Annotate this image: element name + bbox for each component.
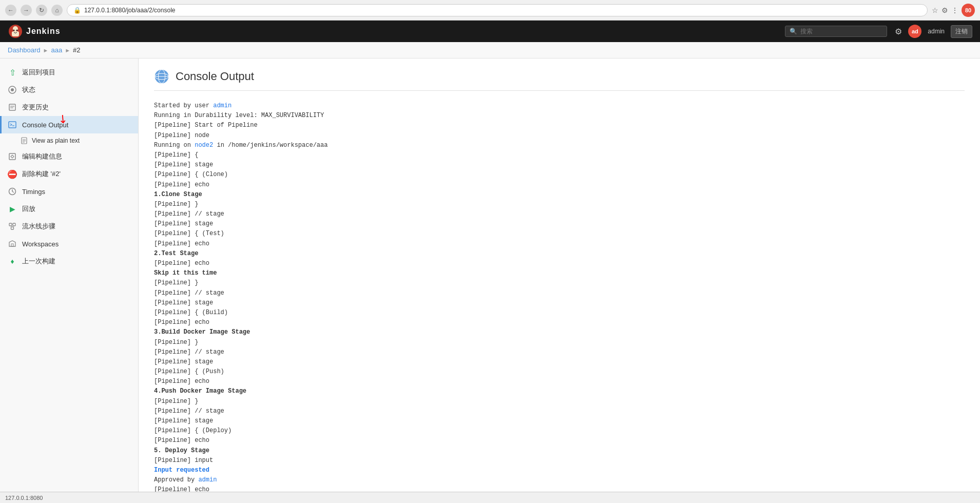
console-line-19: [Pipeline] } [154,278,965,288]
sidebar-item-delete-build[interactable]: ⛔ 副除构建 '#2' [0,165,138,183]
menu-icon[interactable]: ⋮ [951,6,958,14]
console-line-28: [Pipeline] { (Push) [154,367,965,377]
sidebar-item-back[interactable]: ⇧ 返回到项目 [0,64,138,81]
console-line-29: [Pipeline] echo [154,377,965,386]
console-line-39: Approved by admin [154,475,965,485]
sidebar-item-plaintext[interactable]: View as plain text [0,133,138,148]
console-line-21: [Pipeline] stage [154,298,965,308]
svg-rect-20 [9,223,12,226]
svg-rect-22 [11,227,14,229]
console-line-8: [Pipeline] { (Clone) [154,170,965,180]
back-button[interactable]: ← [5,5,16,16]
console-line-20: [Pipeline] // stage [154,288,965,298]
workspaces-icon [8,239,17,248]
page-header: Console Output [154,69,965,91]
console-line-2: Running in Durability level: MAX_SURVIVA… [154,111,965,121]
sidebar-item-prev-build[interactable]: ♦ 上一次构建 [0,253,138,270]
breadcrumb-sep-1: ► [43,47,49,53]
sidebar-item-timings[interactable]: Timings [0,183,138,200]
console-line-9: [Pipeline] echo [154,180,965,190]
timings-icon [8,187,17,196]
sidebar-item-status-label: 状态 [22,85,35,94]
console-line-1: Started by user admin [154,101,965,111]
reload-button[interactable]: ↻ [36,5,47,16]
sidebar-item-pipeline-steps[interactable]: 流水线步骤 [0,218,138,235]
console-line-15: [Pipeline] echo [154,239,965,249]
console-line-37: [Pipeline] input [154,456,965,466]
sidebar-item-workspaces-label: Workspaces [22,240,59,248]
sidebar-item-delete-build-label: 副除构建 '#2' [22,169,61,179]
changes-icon [8,103,17,112]
svg-rect-16 [9,153,15,160]
browser-right-icons: ☆ ⚙ ⋮ 80 [932,4,975,17]
breadcrumb-aaa[interactable]: aaa [51,46,63,54]
svg-point-6 [11,88,14,91]
console-line-12: [Pipeline] // stage [154,209,965,219]
console-icon [8,120,17,129]
sidebar-item-replay[interactable]: ▶ 回放 [0,200,138,218]
replay-icon: ▶ [8,204,17,214]
breadcrumb-build: #2 [73,46,80,54]
page-title: Console Output [176,70,254,83]
sidebar: ⇧ 返回到项目 状态 变更历史 Console Output [0,59,139,492]
sidebar-item-edit-build-label: 编辑构建信息 [22,152,62,161]
address-bar[interactable]: 🔒 127.0.0.1:8080/job/aaa/2/console [67,4,928,16]
plaintext-icon [21,137,28,144]
console-line-38[interactable]: Input requested [154,466,965,475]
extension-icon[interactable]: ⚙ [941,6,948,14]
console-line-26: [Pipeline] // stage [154,347,965,357]
svg-point-4 [16,30,18,31]
logout-button[interactable]: 注销 [951,25,972,38]
svg-point-3 [13,30,15,31]
nav-search-container: 🔍 [785,26,887,37]
jenkins-logo: Jenkins [8,24,61,39]
sidebar-item-status[interactable]: 状态 [0,81,138,99]
search-icon: 🔍 [790,28,797,35]
console-line-40: [Pipeline] echo [154,485,965,492]
console-line-14: [Pipeline] { (Test) [154,229,965,239]
console-line-3: [Pipeline] Start of Pipeline [154,121,965,130]
console-line-6: [Pipeline] { [154,150,965,160]
prev-build-icon: ♦ [8,257,17,266]
console-line-31: [Pipeline] } [154,397,965,407]
console-line-16: 2.Test Stage [154,249,965,259]
sidebar-item-changes-label: 变更历史 [22,103,49,112]
console-line-23: [Pipeline] echo [154,318,965,327]
sidebar-item-workspaces[interactable]: Workspaces [0,235,138,253]
breadcrumb-sep-2: ► [65,47,70,53]
sidebar-item-edit-build[interactable]: 编辑构建信息 [0,148,138,165]
console-line-34: [Pipeline] { (Deploy) [154,426,965,436]
jenkins-logo-text: Jenkins [26,27,61,36]
lock-icon: 🔒 [73,7,81,14]
console-line-4: [Pipeline] node [154,131,965,141]
home-button[interactable]: ⌂ [51,5,63,16]
console-line-25: [Pipeline] } [154,338,965,347]
breadcrumb-dashboard[interactable]: Dashboard [8,46,41,54]
sidebar-item-console[interactable]: Console Output ↘ [0,116,138,133]
console-output: Started by user admin Running in Durabil… [154,101,965,492]
console-line-24: 3.Build Docker Image Stage [154,327,965,337]
delete-build-icon: ⛔ [8,169,17,179]
forward-button[interactable]: → [21,5,32,16]
user-label: admin [928,28,945,35]
content-area: ⇧ 返回到项目 状态 变更历史 Console Output [0,59,980,492]
console-line-22: [Pipeline] { (Build) [154,308,965,318]
console-line-13: [Pipeline] stage [154,219,965,229]
star-icon[interactable]: ☆ [932,6,938,14]
back-project-icon: ⇧ [8,68,17,77]
sidebar-item-plaintext-label: View as plain text [32,137,80,144]
console-admin-link-1[interactable]: admin [213,102,232,109]
console-admin-link-2[interactable]: admin [198,476,217,483]
console-line-36: 5. Deploy Stage [154,446,965,456]
sidebar-item-back-label: 返回到项目 [22,68,55,77]
edit-build-icon [8,152,17,161]
statusbar: 127.0.0.1:8080 [0,492,980,503]
console-line-35: [Pipeline] echo [154,436,965,446]
user-avatar-browser: 80 [962,4,975,17]
sidebar-item-changes[interactable]: 变更历史 [0,99,138,116]
settings-icon[interactable]: ⚙ [895,27,902,36]
console-node2-link[interactable]: node2 [195,142,213,149]
user-avatar: ad [908,25,921,38]
svg-line-19 [12,191,14,192]
search-input[interactable] [800,28,882,35]
